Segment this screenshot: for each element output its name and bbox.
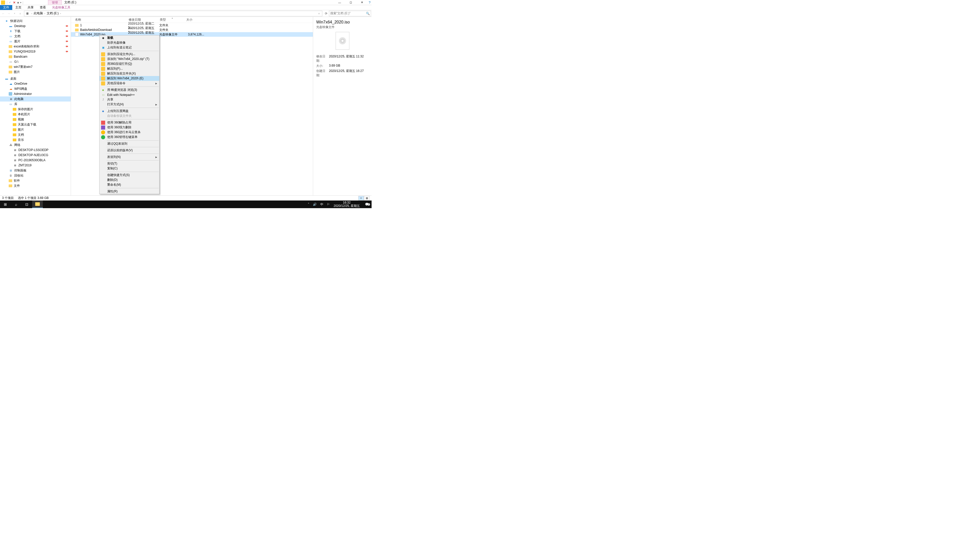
task-view-button[interactable]: ⊡ (21, 200, 32, 208)
view-details-button[interactable]: ≡ (358, 196, 364, 200)
nav-pc3[interactable]: 🖥PC-20190530OBLA (0, 158, 71, 163)
close-button[interactable]: ✕ (356, 0, 368, 5)
ctx-extract-here[interactable]: 解压到当前文件夹(X) (100, 71, 159, 76)
taskbar-clock[interactable]: 16:32 2020/12/25, 星期五 (331, 201, 362, 208)
nav-pictures[interactable]: ▭图片📌 (0, 39, 71, 44)
nav-videos[interactable]: 视频 (0, 117, 71, 122)
up-button[interactable]: ↑ (18, 11, 23, 16)
ctx-open-with[interactable]: 打开方式(H)▶ (100, 102, 159, 107)
nav-local-photos[interactable]: 本机照片 (0, 112, 71, 117)
nav-music[interactable]: 音乐 (0, 137, 71, 142)
nav-onedrive[interactable]: ☁OneDrive (0, 81, 71, 86)
nav-saved-pics[interactable]: 保存的图片 (0, 106, 71, 112)
nav-recycle[interactable]: 🗑回收站 (0, 173, 71, 178)
nav-tianyi[interactable]: 天翼云盘下载 (0, 122, 71, 127)
nav-pc4[interactable]: 🖥ZMT2019 (0, 163, 71, 168)
col-size[interactable]: 大小 (186, 17, 205, 22)
ctx-share[interactable]: ⤴共享 (100, 97, 159, 102)
nav-pc2[interactable]: 🖥DESKTOP-NJEU3CG (0, 152, 71, 158)
maximize-button[interactable]: ◻ (345, 0, 356, 5)
nav-libraries[interactable]: ▭库 (0, 102, 71, 106)
ctx-restore-previous[interactable]: 还原以前的版本(V) (100, 148, 159, 153)
ctx-qq-send[interactable]: 通过QQ发送到 (100, 141, 159, 146)
file-row[interactable]: 1 2020/12/15, 星期二 1... 文件夹 (71, 23, 313, 27)
nav-excel[interactable]: excel表格制作求和📌 (0, 44, 71, 49)
ctx-delete[interactable]: 删除(D) (100, 178, 159, 183)
help-icon[interactable]: ? (369, 0, 371, 4)
refresh-button[interactable]: ⟳ (323, 12, 329, 15)
ctx-add-zip[interactable]: 添加到 "Win7x64_2020.zip" (T) (100, 57, 159, 62)
ribbon-home-tab[interactable]: 主页 (12, 5, 24, 10)
nav-pics2[interactable]: 图片 (0, 69, 71, 75)
ribbon-share-tab[interactable]: 共享 (24, 5, 37, 10)
x-icon[interactable]: ✕ (13, 1, 16, 4)
col-date[interactable]: 修改日期 (129, 17, 160, 22)
nav-files[interactable]: 文件 (0, 183, 71, 188)
volume-icon[interactable]: 🔊 (313, 203, 317, 206)
ctx-extract-named[interactable]: 解压到 Win7x64_2020\ (E) (100, 76, 159, 81)
nav-software[interactable]: 软件 (0, 178, 71, 183)
ctx-360-force-delete[interactable]: 使用 360强力删除 (100, 125, 159, 130)
file-row[interactable]: BaiduNetdiskDownload 2020/12/25, 星期五 1..… (71, 27, 313, 32)
search-button[interactable]: ⌕ (11, 200, 21, 208)
view-icons-button[interactable]: ▦ (364, 196, 369, 200)
ribbon-file-tab[interactable]: 文件 (0, 5, 12, 10)
ctx-properties[interactable]: 属性(R) (100, 189, 159, 194)
back-button[interactable]: ← (0, 11, 6, 16)
nav-quick-access[interactable]: ★快速访问 (0, 18, 71, 24)
col-type[interactable]: 类型 (160, 17, 186, 22)
nav-pics3[interactable]: 图片 (0, 127, 71, 132)
nav-bandicam[interactable]: Bandicam (0, 54, 71, 59)
nav-docs2[interactable]: 文档 (0, 132, 71, 137)
ctx-send-to[interactable]: 发送到(N)▶ (100, 155, 159, 159)
save-dropdown-icon[interactable]: ◉ (17, 1, 19, 4)
ctx-cut[interactable]: 剪切(T) (100, 161, 159, 166)
ime-indicator[interactable]: 中 (320, 202, 323, 206)
nav-win7[interactable]: win7重装win7 (0, 64, 71, 69)
forward-button[interactable]: → (6, 11, 12, 16)
ctx-burn[interactable]: 刻录光盘映像 (100, 40, 159, 45)
nav-gdrive[interactable]: ▭G:\ (0, 59, 71, 64)
history-dropdown[interactable]: ▾ (12, 11, 18, 16)
nav-desktop2[interactable]: ▬桌面 (0, 76, 71, 81)
ctx-360-unlock[interactable]: 使用 360解除占用 (100, 120, 159, 125)
start-button[interactable]: ⊞ (0, 200, 11, 208)
ctx-copy[interactable]: 复制(C) (100, 166, 159, 171)
ctx-baidu-upload[interactable]: ◆上传到百度网盘 (100, 109, 159, 114)
chevron-right-icon[interactable]: › (60, 12, 61, 15)
search-icon[interactable]: 🔍 (366, 12, 370, 15)
nav-downloads[interactable]: ⬇下载📌 (0, 29, 71, 34)
col-name[interactable]: 名称 (75, 17, 129, 22)
breadcrumb[interactable]: 🖥 › 此电脑 › 文档 (E:) › v (24, 11, 322, 16)
nav-desktop[interactable]: ▬Desktop📌 (0, 24, 71, 29)
ctx-360-trojan-scan[interactable]: 使用 360进行木马云查杀 (100, 130, 159, 135)
ctx-360-manage-menu[interactable]: 使用 360管理右键菜单 (100, 135, 159, 140)
nav-documents[interactable]: ▭文档📌 (0, 34, 71, 39)
qab-dropdown-icon[interactable]: ▾ (20, 1, 21, 4)
contextual-tab-manage[interactable]: 管理 (48, 0, 62, 5)
tray-expand-icon[interactable]: ˄ (308, 203, 309, 206)
ctx-bee-browser[interactable]: ◆用 蜂蜜浏览器 浏览(3) (100, 87, 159, 92)
ctx-extract-to[interactable]: 解压到(F)... (100, 66, 159, 71)
ctx-youdao[interactable]: ▣上传到有道云笔记 (100, 45, 159, 50)
ribbon-disctools-tab[interactable]: 光盘映像工具 (49, 5, 73, 10)
nav-ctrl-panel[interactable]: ⊞控制面板 (0, 168, 71, 173)
nav-admin[interactable]: Administrator (0, 91, 71, 97)
check-icon[interactable]: ✓ (9, 1, 11, 4)
ctx-open-360zip[interactable]: 用360压缩打开(Q) (100, 62, 159, 66)
chevron-right-icon[interactable]: › (32, 12, 32, 15)
ctx-notepadpp[interactable]: ▭Edit with Notepad++ (100, 92, 159, 97)
chevron-right-icon[interactable]: › (45, 12, 45, 15)
nav-network[interactable]: 🖧网络 (0, 142, 71, 148)
nav-this-pc[interactable]: 🖥此电脑 (0, 97, 71, 102)
ribbon-view-tab[interactable]: 查看 (37, 5, 49, 10)
search-input[interactable]: 搜索"文档 (E:)" 🔍 (329, 11, 371, 16)
nav-yunqishi[interactable]: YUNQISHI2019📌 (0, 49, 71, 54)
ctx-rename[interactable]: 重命名(M) (100, 183, 159, 187)
security-icon[interactable]: ⚐ (327, 203, 330, 206)
notifications-button[interactable]: 💬3 (362, 203, 372, 206)
nav-pc1[interactable]: 🖥DESKTOP-LSSOEDP (0, 148, 71, 152)
breadcrumb-history-dropdown[interactable]: v (317, 12, 321, 15)
breadcrumb-root[interactable]: 此电脑 (33, 11, 43, 16)
ctx-mount[interactable]: ◉装载 (100, 35, 159, 40)
